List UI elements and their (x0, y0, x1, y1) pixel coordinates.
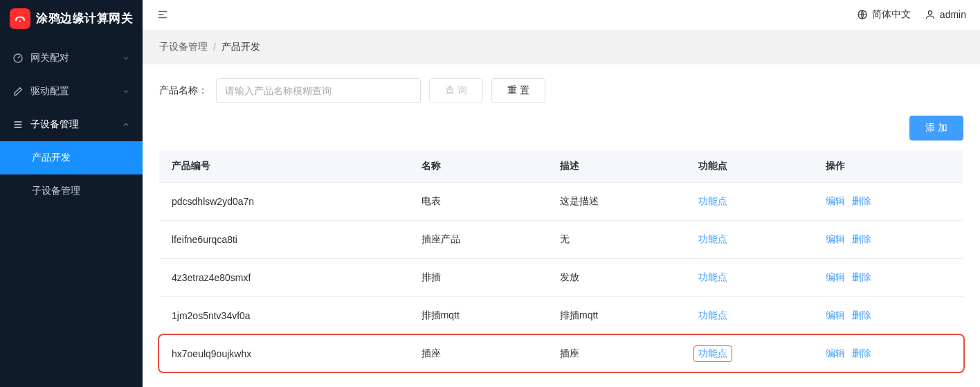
gauge-icon (12, 53, 24, 64)
cell-name: 排插mqtt (409, 297, 547, 335)
cell-product-id: 4z3etraz4e80smxf (159, 259, 409, 297)
th-ops: 操作 (806, 150, 963, 183)
edit-link[interactable]: 编辑 (826, 233, 845, 244)
search-label: 产品名称： (159, 84, 208, 97)
cell-function-point: 功能点 (686, 183, 806, 221)
cell-name: 插座产品 (409, 221, 547, 259)
cell-ops: 编辑删除 (806, 259, 963, 297)
table-wrap: 产品编号 名称 描述 功能点 操作 pdcsdhlsw2yd0a7n电表这是描述… (159, 150, 963, 373)
cell-desc: 插座 (547, 335, 686, 373)
app-title: 涂鸦边缘计算网关 (36, 11, 133, 26)
cell-name: 插座 (409, 335, 547, 373)
cell-function-point: 功能点 (686, 297, 806, 335)
cell-product-id: pdcsdhlsw2yd0a7n (159, 183, 409, 221)
edit-link[interactable]: 编辑 (826, 309, 845, 321)
sidebar-menu: 网关配对 驱动配置 子设备管理 产品开发 (0, 37, 143, 208)
cell-ops: 编辑删除 (806, 335, 963, 373)
cell-ops: 编辑删除 (806, 297, 963, 335)
chevron-up-icon (122, 120, 130, 129)
search-row: 产品名称： 查询 重置 (159, 78, 963, 103)
cell-function-point: 功能点 (686, 335, 806, 373)
sidebar-header: 涂鸦边缘计算网关 (0, 0, 143, 37)
content: 产品名称： 查询 重置 添加 产品编号 名称 描述 功能点 (143, 64, 980, 387)
edit-link[interactable]: 编辑 (826, 271, 845, 282)
cell-ops: 编辑删除 (806, 221, 963, 259)
cell-desc: 无 (547, 221, 686, 259)
sidebar-item-subdevice-mgmt[interactable]: 子设备管理 (0, 108, 143, 141)
function-point-link[interactable]: 功能点 (693, 345, 732, 362)
language-label: 简体中文 (872, 8, 911, 21)
th-name: 名称 (409, 150, 547, 183)
cell-product-id: lfeifne6urqca8ti (159, 221, 409, 259)
table-row: lfeifne6urqca8ti插座产品无功能点编辑删除 (159, 221, 963, 259)
th-function-point: 功能点 (686, 150, 806, 183)
table-row: 1jm2os5ntv34vf0a排插mqtt排插mqtt功能点编辑删除 (159, 297, 963, 335)
collapse-sidebar-icon[interactable] (156, 8, 169, 21)
sidebar-subitem-subdevice-mgmt[interactable]: 子设备管理 (0, 174, 143, 208)
cell-function-point: 功能点 (686, 221, 806, 259)
breadcrumb-current: 产品开发 (221, 41, 260, 53)
main: 简体中文 admin 子设备管理 / 产品开发 产品名称： 查询 重置 (143, 0, 980, 387)
sidebar-subitem-product-dev[interactable]: 产品开发 (0, 141, 143, 174)
sidebar-item-label: 驱动配置 (30, 85, 69, 98)
search-input[interactable] (216, 78, 421, 103)
add-button[interactable]: 添加 (909, 116, 963, 141)
language-selector[interactable]: 简体中文 (857, 8, 911, 21)
function-point-link[interactable]: 功能点 (698, 233, 727, 244)
edit-link[interactable]: 编辑 (826, 348, 845, 359)
product-table: 产品编号 名称 描述 功能点 操作 pdcsdhlsw2yd0a7n电表这是描述… (159, 150, 963, 373)
user-icon (925, 9, 936, 20)
delete-link[interactable]: 删除 (852, 309, 871, 321)
delete-link[interactable]: 删除 (852, 195, 871, 206)
list-icon (12, 119, 24, 130)
cell-name: 电表 (409, 183, 547, 221)
chevron-down-icon (122, 54, 130, 62)
cell-desc: 这是描述 (547, 183, 686, 221)
svg-point-3 (928, 11, 932, 15)
sidebar-item-driver-config[interactable]: 驱动配置 (0, 75, 143, 108)
cell-product-id: 1jm2os5ntv34vf0a (159, 297, 409, 335)
th-desc: 描述 (547, 150, 686, 183)
th-product-id: 产品编号 (159, 150, 409, 183)
function-point-link[interactable]: 功能点 (698, 309, 727, 321)
delete-link[interactable]: 删除 (852, 348, 871, 359)
table-row: 4z3etraz4e80smxf排插发放功能点编辑删除 (159, 259, 963, 297)
sidebar-subitem-label: 产品开发 (32, 152, 71, 164)
cell-ops: 编辑删除 (806, 183, 963, 221)
table-row: pdcsdhlsw2yd0a7n电表这是描述功能点编辑删除 (159, 183, 963, 221)
sidebar-item-label: 网关配对 (30, 52, 69, 64)
cell-desc: 发放 (547, 259, 686, 297)
cell-product-id: hx7oeulq9oujkwhx (159, 335, 409, 373)
breadcrumb-parent[interactable]: 子设备管理 (159, 41, 208, 53)
edit-icon (12, 86, 24, 97)
sidebar: 涂鸦边缘计算网关 网关配对 驱动配置 子设备管理 (0, 0, 143, 387)
cell-name: 排插 (409, 259, 547, 297)
sidebar-item-label: 子设备管理 (30, 118, 79, 131)
sidebar-subitem-label: 子设备管理 (32, 185, 80, 197)
app-logo-icon (10, 8, 30, 29)
breadcrumb: 子设备管理 / 产品开发 (143, 30, 980, 64)
delete-link[interactable]: 删除 (852, 271, 871, 282)
user-menu[interactable]: admin (925, 9, 966, 20)
table-row: hx7oeulq9oujkwhx插座插座功能点编辑删除 (159, 335, 963, 373)
function-point-link[interactable]: 功能点 (698, 271, 727, 282)
function-point-link[interactable]: 功能点 (698, 195, 727, 206)
edit-link[interactable]: 编辑 (826, 195, 845, 206)
query-button[interactable]: 查询 (429, 78, 483, 103)
globe-icon (857, 9, 868, 20)
user-name: admin (940, 9, 966, 20)
breadcrumb-separator: / (213, 42, 216, 53)
cell-desc: 排插mqtt (547, 297, 686, 335)
svg-point-0 (19, 21, 21, 22)
topbar: 简体中文 admin (143, 0, 980, 30)
delete-link[interactable]: 删除 (852, 233, 871, 244)
reset-button[interactable]: 重置 (491, 78, 545, 103)
chevron-down-icon (122, 87, 130, 96)
cell-function-point: 功能点 (686, 259, 806, 297)
sidebar-item-gateway-pairing[interactable]: 网关配对 (0, 42, 143, 75)
